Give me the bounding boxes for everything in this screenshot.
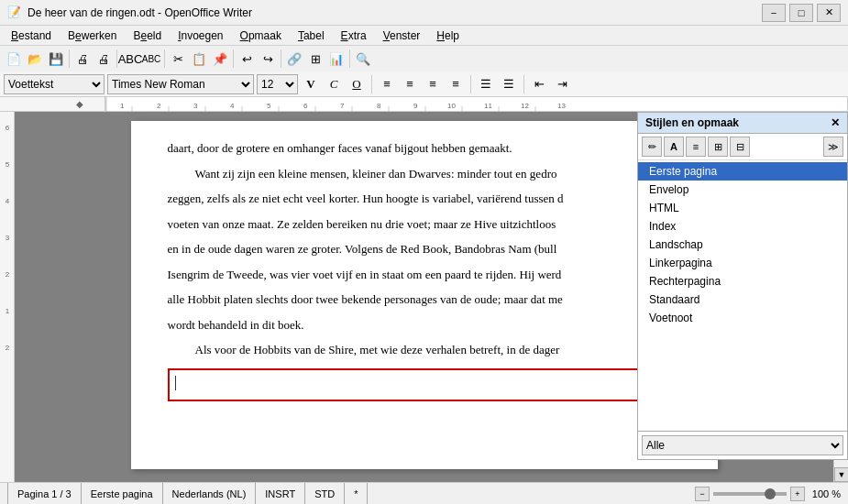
svg-text:12: 12: [521, 102, 529, 110]
style-view1-button[interactable]: ≡: [686, 137, 706, 157]
styles-more-button[interactable]: ≫: [823, 137, 843, 157]
style-item-eerste-pagina[interactable]: Eerste pagina: [638, 162, 847, 181]
chart-button[interactable]: 📊: [326, 49, 347, 69]
style-item-envelop[interactable]: Envelop: [638, 181, 847, 199]
style-item-html[interactable]: HTML: [638, 199, 847, 217]
indent-decrease-button[interactable]: ⇤: [529, 74, 549, 94]
redo-button[interactable]: ↪: [258, 49, 278, 69]
menu-beeld[interactable]: Beeld: [126, 27, 169, 44]
menu-bar: Bestand Bewerken Beeld Invoegen Opmaak T…: [0, 26, 848, 46]
status-mode-std[interactable]: STD: [305, 483, 345, 504]
open-button[interactable]: 📂: [25, 49, 45, 69]
svg-text:11: 11: [484, 102, 492, 110]
toolbar-sep6: [349, 49, 350, 68]
style-select[interactable]: Voettekst: [4, 74, 105, 94]
document-text: daart, door de grotere en omhanger faces…: [168, 139, 681, 359]
document-page: daart, door de grotere en omhanger faces…: [131, 121, 718, 469]
zoom-thumb[interactable]: [765, 488, 776, 499]
text-line-2: Want zij zijn een kleine mensen, kleiner…: [168, 165, 681, 183]
print-button[interactable]: 🖨: [94, 49, 114, 69]
underline-button[interactable]: O: [347, 74, 367, 94]
zoom-level: 100 %: [812, 488, 841, 499]
menu-tabel[interactable]: Tabel: [291, 27, 332, 44]
text-input-area[interactable]: [168, 368, 681, 401]
status-language: Nederlands (NL): [163, 483, 257, 504]
zoom-slider[interactable]: [713, 492, 787, 496]
styles-panel-close[interactable]: ✕: [831, 116, 840, 129]
style-item-landschap[interactable]: Landschap: [638, 236, 847, 254]
minimize-button[interactable]: −: [762, 4, 786, 22]
save-button[interactable]: 💾: [46, 49, 66, 69]
styles-panel-toolbar: ✏ A ≡ ⊞ ⊟ ≫: [638, 134, 847, 160]
table-button[interactable]: ⊞: [305, 49, 325, 69]
menu-venster[interactable]: Venster: [376, 27, 428, 44]
scroll-down-button[interactable]: ▼: [834, 467, 848, 482]
maximize-button[interactable]: □: [789, 4, 813, 22]
style-item-standaard[interactable]: Standaard: [638, 290, 847, 309]
print-preview-button[interactable]: 🖨: [72, 49, 93, 69]
toolbar-sep1: [69, 49, 70, 68]
close-button[interactable]: ✕: [817, 4, 841, 22]
italic-button[interactable]: C: [324, 74, 344, 94]
size-select[interactable]: 12: [257, 74, 298, 94]
font-select[interactable]: Times New Roman: [107, 74, 254, 94]
menu-invoegen[interactable]: Invoegen: [171, 27, 230, 44]
style-view2-button[interactable]: ⊞: [708, 137, 728, 157]
copy-button[interactable]: 📋: [189, 49, 209, 69]
svg-text:3: 3: [6, 234, 10, 242]
svg-text:5: 5: [6, 160, 10, 169]
text-cursor: [175, 376, 176, 390]
indent-increase-button[interactable]: ⇥: [552, 74, 572, 94]
undo-button[interactable]: ↩: [237, 49, 257, 69]
svg-text:6: 6: [6, 124, 10, 132]
main-toolbar: 📄 📂 💾 🖨 🖨 ABC ABC ✂ 📋 📌 ↩ ↪ 🔗 ⊞ 📊 🔍: [0, 46, 848, 71]
fmt-sep3: [523, 75, 524, 93]
ruler-track: 1 2 3 4 5 6 7 8 9 10 11 12 13: [105, 97, 848, 111]
svg-text:2: 2: [6, 270, 10, 279]
svg-text:4: 4: [6, 197, 10, 205]
menu-bewerken[interactable]: Bewerken: [61, 27, 124, 44]
styles-filter-select[interactable]: Alle: [642, 435, 843, 455]
style-item-rechterpagina[interactable]: Rechterpagina: [638, 272, 847, 290]
bold-button[interactable]: V: [301, 74, 321, 94]
hyperlink-button[interactable]: 🔗: [284, 49, 304, 69]
menu-extra[interactable]: Extra: [334, 27, 374, 44]
spellcheck-button[interactable]: ABC: [120, 49, 140, 69]
edit-style-button[interactable]: A: [664, 137, 684, 157]
align-right-button[interactable]: ≡: [423, 74, 443, 94]
find-button[interactable]: 🔍: [353, 49, 373, 69]
styles-list[interactable]: Eerste pagina Envelop HTML Index Landsch…: [638, 160, 847, 431]
status-bar: Pagina 1 / 3 Eerste pagina Nederlands (N…: [0, 482, 848, 504]
toolbar-sep4: [233, 49, 234, 68]
cut-button[interactable]: ✂: [168, 49, 188, 69]
menu-bestand[interactable]: Bestand: [4, 27, 59, 44]
svg-text:10: 10: [447, 102, 456, 110]
align-justify-button[interactable]: ≡: [446, 74, 466, 94]
menu-help[interactable]: Help: [429, 27, 467, 44]
list-button[interactable]: ☰: [476, 74, 496, 94]
zoom-in-button[interactable]: +: [790, 487, 805, 501]
status-mode-insert[interactable]: INSRT: [256, 483, 305, 504]
svg-text:1: 1: [6, 307, 10, 315]
align-left-button[interactable]: ≡: [377, 74, 397, 94]
toolbar-sep5: [281, 49, 281, 68]
spellcheck2-button[interactable]: ABC: [141, 49, 161, 69]
paste-button[interactable]: 📌: [210, 49, 230, 69]
toolbar-sep3: [164, 49, 165, 68]
numlist-button[interactable]: ☰: [499, 74, 519, 94]
style-item-index[interactable]: Index: [638, 217, 847, 236]
text-line-5: en in de oude dagen waren ze groter. Vol…: [168, 240, 681, 258]
svg-text:7: 7: [340, 102, 345, 110]
app-icon: 📝: [7, 5, 22, 20]
svg-text:2: 2: [157, 102, 161, 110]
style-item-voetnoot[interactable]: Voetnoot: [638, 309, 847, 327]
style-view3-button[interactable]: ⊟: [730, 137, 750, 157]
fmt-sep1: [371, 75, 372, 93]
zoom-out-button[interactable]: −: [695, 487, 710, 501]
new-style-button[interactable]: ✏: [642, 137, 662, 157]
style-item-linkerpagina[interactable]: Linkerpagina: [638, 254, 847, 272]
new-button[interactable]: 📄: [4, 49, 24, 69]
menu-opmaak[interactable]: Opmaak: [233, 27, 289, 44]
status-right: − + 100 %: [695, 487, 841, 501]
align-center-button[interactable]: ≡: [400, 74, 420, 94]
